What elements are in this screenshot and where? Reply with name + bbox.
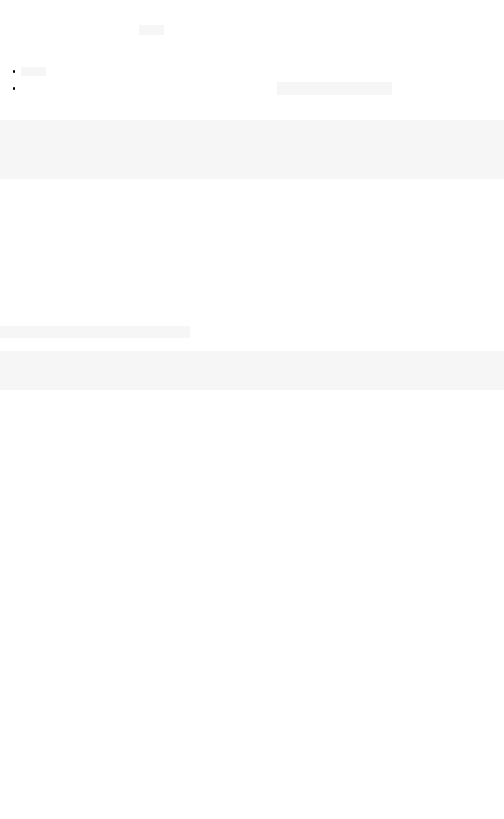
content-band-placeholder <box>0 351 504 390</box>
header-pill-placeholder <box>139 25 164 35</box>
mid-pill-row <box>0 326 504 338</box>
list-item <box>21 83 504 93</box>
list-item-label-placeholder <box>21 67 46 76</box>
bullet-list-container <box>0 66 504 93</box>
hero-placeholder-block <box>0 120 504 179</box>
mid-pill-placeholder <box>0 326 190 338</box>
bullet-list <box>0 66 504 93</box>
top-spacer <box>0 0 504 25</box>
list-item <box>21 66 504 76</box>
list-item-label-placeholder <box>277 82 392 95</box>
